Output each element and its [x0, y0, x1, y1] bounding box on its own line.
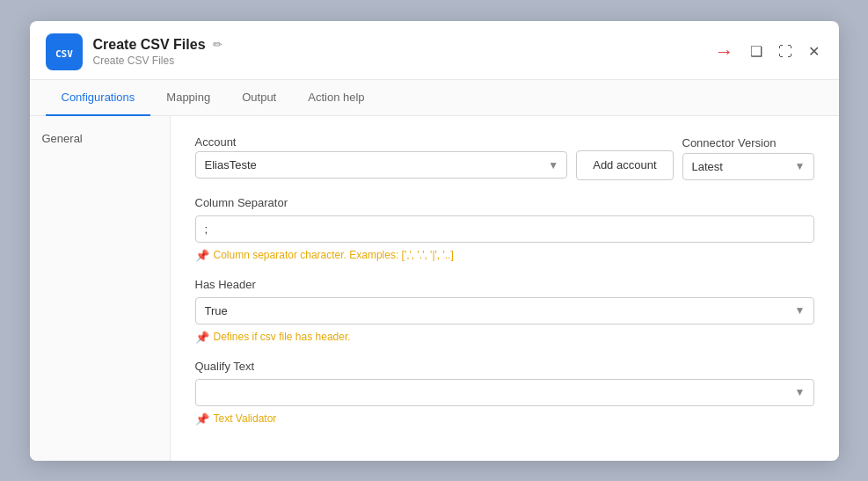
close-button[interactable]: ✕ [805, 40, 823, 63]
column-separator-input[interactable] [195, 215, 814, 243]
account-connector-row: Account EliasTeste ▼ Add account Connect… [195, 135, 814, 180]
tab-output[interactable]: Output [226, 80, 292, 116]
account-row: EliasTeste ▼ Add account [195, 150, 674, 180]
modal-controls: → ❑ ⛶ ✕ [715, 40, 823, 63]
sidebar: General [30, 116, 171, 461]
hint-icon-qualify: 📌 [195, 412, 209, 426]
hint-icon-header: 📌 [195, 331, 209, 344]
qualify-text-label: Qualify Text [195, 360, 814, 373]
modal-subtitle: Create CSV Files [93, 55, 222, 67]
add-account-button[interactable]: Add account [576, 150, 673, 180]
modal-title: Create CSV Files [93, 37, 206, 53]
has-header-hint: 📌 Defines if csv file has header. [195, 331, 814, 344]
tab-configurations[interactable]: Configurations [46, 80, 151, 116]
connector-version-label: Connector Version [682, 136, 814, 149]
sidebar-general-label: General [42, 132, 83, 145]
has-header-label: Has Header [195, 278, 814, 291]
tab-mapping[interactable]: Mapping [150, 80, 226, 116]
column-separator-hint: 📌 Column separator character. Examples: … [195, 249, 814, 262]
account-column: Account EliasTeste ▼ Add account [195, 135, 674, 180]
column-separator-label: Column Separator [195, 196, 814, 209]
content-area: Account EliasTeste ▼ Add account Connect… [171, 116, 839, 461]
column-separator-group: Column Separator 📌 Column separator char… [195, 196, 814, 262]
copy-button[interactable]: ❑ [747, 40, 766, 63]
account-select[interactable]: EliasTeste [195, 151, 568, 179]
edit-title-icon[interactable]: ✏ [213, 38, 222, 51]
copy-icon: ❑ [750, 43, 762, 60]
tab-action-help[interactable]: Action help [292, 80, 380, 116]
qualify-text-hint: 📌 Text Validator [195, 412, 814, 426]
qualify-text-hint-text: Text Validator [214, 412, 277, 425]
account-label: Account [195, 135, 674, 149]
close-icon: ✕ [808, 43, 820, 60]
tabs-bar: Configurations Mapping Output Action hel… [30, 80, 839, 116]
arrow-indicator: → [715, 40, 734, 63]
modal-header: CSV Create CSV Files ✏ Create CSV Files … [30, 21, 839, 80]
expand-button[interactable]: ⛶ [775, 40, 796, 63]
expand-icon: ⛶ [778, 44, 792, 60]
modal-body: General Account EliasTeste ▼ Add account [30, 116, 839, 461]
has-header-hint-text: Defines if csv file has header. [214, 331, 351, 343]
has-header-group: Has Header True False ▼ 📌 Defines if csv… [195, 278, 814, 344]
account-select-wrap: EliasTeste ▼ [195, 151, 568, 179]
app-icon: CSV [46, 33, 83, 70]
svg-text:CSV: CSV [55, 48, 73, 60]
has-header-select[interactable]: True False [195, 297, 814, 324]
title-block: Create CSV Files ✏ Create CSV Files [93, 37, 222, 67]
connector-version-select[interactable]: Latest [682, 153, 814, 180]
modal: CSV Create CSV Files ✏ Create CSV Files … [30, 21, 839, 461]
column-separator-hint-text: Column separator character. Examples: ['… [214, 249, 454, 261]
qualify-text-group: Qualify Text ▼ 📌 Text Validator [195, 360, 814, 426]
qualify-text-select[interactable] [195, 379, 814, 406]
connector-column: Connector Version Latest ▼ [682, 136, 814, 180]
hint-icon-separator: 📌 [195, 249, 209, 262]
